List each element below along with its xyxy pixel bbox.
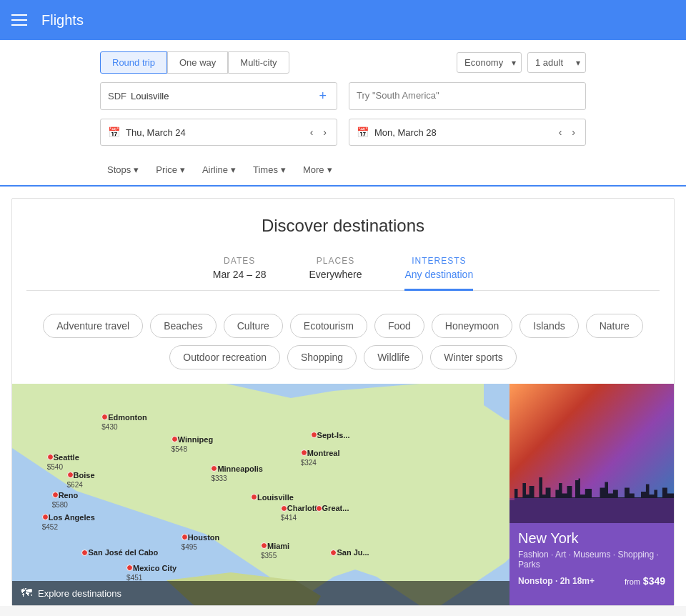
discover-header: Discover destinations DATES Mar 24 – 28 …	[12, 199, 674, 299]
tab-dates[interactable]: DATES Mar 24 – 28	[213, 250, 267, 290]
city-card-info: New York Fashion · Art · Museums · Shopp…	[509, 523, 674, 605]
interest-chip[interactable]: Ecotourism	[290, 314, 367, 338]
menu-icon[interactable]	[11, 14, 27, 26]
map-dot	[42, 514, 49, 520]
map-city-marker[interactable]: Montreal$324	[301, 446, 340, 467]
map-city-marker[interactable]: Winnipeg$548	[172, 432, 213, 453]
city-card: New York Fashion · Art · Museums · Shopp…	[509, 384, 674, 605]
city-price: $580	[52, 501, 79, 509]
interest-chip[interactable]: Adventure travel	[43, 314, 143, 338]
calendar-return-icon: 📅	[357, 126, 369, 138]
one-way-button[interactable]: One way	[167, 51, 228, 74]
tab-places[interactable]: PLACES Everywhere	[309, 250, 362, 290]
map-city-marker[interactable]: Minneapolis$333	[211, 462, 263, 482]
map-dot	[182, 534, 188, 540]
return-date-field[interactable]: 📅 Mon, March 28 ‹ ›	[349, 119, 586, 146]
add-origin-button[interactable]: +	[316, 89, 329, 104]
interest-chip[interactable]: Nature	[586, 314, 643, 338]
map-dot	[67, 472, 74, 478]
map-city-marker[interactable]: Houston$495	[182, 530, 220, 551]
passenger-controls: Economy Business First 1 adult 2 adults	[457, 52, 586, 73]
filter-bar: Stops ▾ Price ▾ Airline ▾ Times ▾ More ▾	[0, 154, 686, 187]
city-label: Great...	[322, 504, 349, 512]
map-city-marker[interactable]: Sept-Is...	[311, 428, 350, 441]
trip-type-buttons: Round trip One way Multi-city	[100, 51, 289, 74]
return-date-text: Mon, March 28	[374, 127, 556, 138]
passengers-select[interactable]: 1 adult 2 adults	[527, 52, 586, 73]
map-city-marker[interactable]: Miami$355	[261, 539, 289, 560]
city-price: $324	[301, 459, 340, 467]
map-city-marker[interactable]: Edmonton$430	[101, 410, 146, 431]
times-filter[interactable]: Times ▾	[246, 160, 293, 179]
map-dot	[101, 414, 108, 420]
city-flight-info: Nonstop · 2h 18m+ from $349	[518, 575, 665, 587]
city-label: Miami	[267, 542, 289, 550]
map-overlay-bar[interactable]: 🗺 Explore destinations	[12, 581, 509, 605]
interest-chip[interactable]: Honeymoon	[432, 314, 513, 338]
origin-city-input[interactable]	[131, 91, 316, 101]
app-title: Flights	[41, 12, 84, 29]
city-label: Edmonton	[108, 413, 146, 422]
city-label: Sept-Is...	[317, 431, 350, 439]
map-city-marker[interactable]: San José del Cabo	[81, 545, 158, 558]
round-trip-button[interactable]: Round trip	[100, 51, 167, 74]
interest-chip[interactable]: Food	[374, 314, 424, 338]
interest-chips: Adventure travelBeachesCultureEcotourism…	[12, 299, 674, 384]
depart-date-nav: ‹ ›	[307, 125, 329, 139]
city-price: $355	[261, 552, 289, 560]
city-price: $333	[211, 475, 263, 482]
city-card-image	[509, 384, 674, 523]
dates-row: 📅 Thu, March 24 ‹ › 📅 Mon, March 28 ‹ ›	[100, 119, 586, 146]
cabin-class-select[interactable]: Economy Business First	[457, 52, 522, 73]
city-price: $414	[281, 514, 322, 522]
map-container: Edmonton$430Winnipeg$548Sept-Is...Seattl…	[12, 384, 674, 605]
destination-field[interactable]	[349, 82, 586, 110]
city-label: Houston	[188, 533, 220, 542]
depart-date-field[interactable]: 📅 Thu, March 24 ‹ ›	[100, 119, 337, 146]
stops-filter[interactable]: Stops ▾	[100, 160, 146, 179]
trip-type-row: Round trip One way Multi-city Economy Bu…	[100, 51, 586, 74]
destination-input[interactable]	[357, 90, 578, 101]
map-city-marker[interactable]: Los Angeles$452	[42, 510, 95, 531]
map-city-marker[interactable]: San Ju...	[330, 545, 369, 558]
price-filter[interactable]: Price ▾	[149, 160, 192, 179]
more-filter[interactable]: More ▾	[296, 160, 339, 179]
return-next-button[interactable]: ›	[569, 125, 578, 139]
map-dot	[172, 436, 178, 442]
depart-prev-button[interactable]: ‹	[307, 125, 317, 139]
multi-city-button[interactable]: Multi-city	[228, 51, 289, 74]
search-area: Round trip One way Multi-city Economy Bu…	[0, 40, 686, 146]
map-dot	[316, 505, 322, 512]
interest-chip[interactable]: Winter sports	[430, 345, 516, 369]
map-city-marker[interactable]: Mexico City$451	[126, 561, 177, 582]
interest-chip[interactable]: Islands	[520, 314, 578, 338]
flight-price: from $349	[625, 575, 665, 587]
city-price: $548	[172, 445, 213, 453]
depart-next-button[interactable]: ›	[320, 125, 329, 139]
city-name: New York	[518, 530, 665, 547]
calendar-icon: 📅	[108, 126, 120, 138]
tab-interests[interactable]: INTERESTS Any destination	[404, 250, 473, 291]
interest-chip[interactable]: Outdoor recreation	[169, 345, 280, 369]
map-city-marker[interactable]: Great...	[316, 501, 349, 514]
map-dot	[301, 449, 307, 456]
city-label: San José del Cabo	[88, 548, 158, 557]
map-city-marker[interactable]: Reno$580	[52, 488, 79, 509]
map-city-marker[interactable]: Boise$624	[67, 468, 95, 489]
origin-dest-row: SDF +	[100, 82, 586, 110]
map-area[interactable]: Edmonton$430Winnipeg$548Sept-Is...Seattl…	[12, 384, 509, 605]
map-overlay-icon: 🗺	[21, 587, 32, 600]
return-prev-button[interactable]: ‹	[556, 125, 565, 139]
city-price: $430	[101, 423, 146, 431]
interest-chip[interactable]: Shopping	[287, 345, 357, 369]
discover-title: Discover destinations	[26, 216, 660, 236]
origin-field[interactable]: SDF +	[100, 82, 337, 110]
map-dot	[251, 494, 257, 500]
interest-chip[interactable]: Wildlife	[364, 345, 423, 369]
airline-filter[interactable]: Airline ▾	[195, 160, 243, 179]
city-price: $452	[42, 523, 95, 531]
interest-chip[interactable]: Culture	[224, 314, 283, 338]
map-dot	[47, 454, 54, 460]
city-label: Mexico City	[133, 564, 177, 572]
interest-chip[interactable]: Beaches	[150, 314, 216, 338]
